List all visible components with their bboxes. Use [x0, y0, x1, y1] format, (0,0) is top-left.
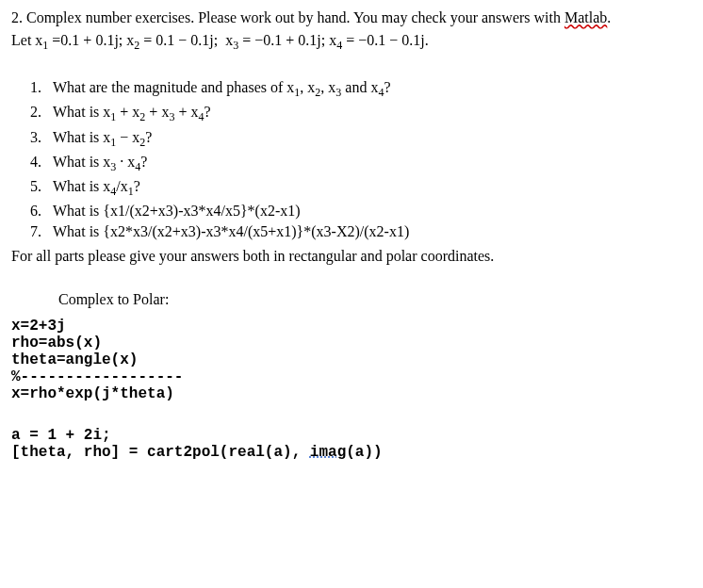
q7-text: What is {x2*x3/(x2+x3)-x3*x4/(x5+x1)}*(x…	[53, 223, 409, 239]
list-item: What is {x1/(x2+x3)-x3*x4/x5}*(x2-x1)	[45, 203, 692, 220]
list-item: What is x4/x1?	[45, 178, 692, 199]
code-block-1: x=2+3j rho=abs(x) theta=angle(x) %------…	[11, 318, 692, 402]
code-line: theta=angle(x)	[11, 351, 692, 368]
matlab-word: Matlab	[564, 9, 607, 25]
code-line: rho=abs(x)	[11, 335, 692, 351]
code-line: x=rho*exp(j*theta)	[11, 385, 692, 402]
heading-text: 2. Complex number exercises. Please work…	[11, 9, 564, 25]
list-item: What is {x2*x3/(x2+x3)-x3*x4/(x5+x1)}*(x…	[45, 223, 692, 240]
instruction-line: For all parts please give your answers b…	[11, 248, 692, 265]
code-line: x=2+3j	[11, 318, 692, 335]
code-line: [theta, rho] = cart2pol(real(a), imag(a)…	[11, 444, 692, 461]
question-list: What are the magnitude and phases of x1,…	[45, 79, 692, 240]
problem-heading: 2. Complex number exercises. Please work…	[11, 9, 692, 26]
heading-post: .	[607, 9, 611, 25]
definitions-line: Let x1 =0.1 + 0.1j; x2 = 0.1 − 0.1j; x3 …	[11, 32, 692, 53]
list-item: What is x1 + x2 + x3 + x4?	[45, 104, 692, 124]
list-item: What is x1 − x2?	[45, 129, 692, 150]
q6-text: What is {x1/(x2+x3)-x3*x4/x5}*(x2-x1)	[53, 203, 301, 219]
list-item: What is x3 · x4?	[45, 154, 692, 174]
code-block-2: a = 1 + 2i; [theta, rho] = cart2pol(real…	[11, 427, 692, 461]
code-pre: [theta, rho] = cart2pol(real(a),	[11, 444, 310, 461]
code-line: a = 1 + 2i;	[11, 427, 692, 444]
list-item: What are the magnitude and phases of x1,…	[45, 79, 692, 100]
code-line: %------------------	[11, 368, 692, 385]
code-post: (a))	[346, 444, 382, 461]
imag-word: imag	[310, 444, 346, 461]
section-title: Complex to Polar:	[58, 291, 692, 308]
